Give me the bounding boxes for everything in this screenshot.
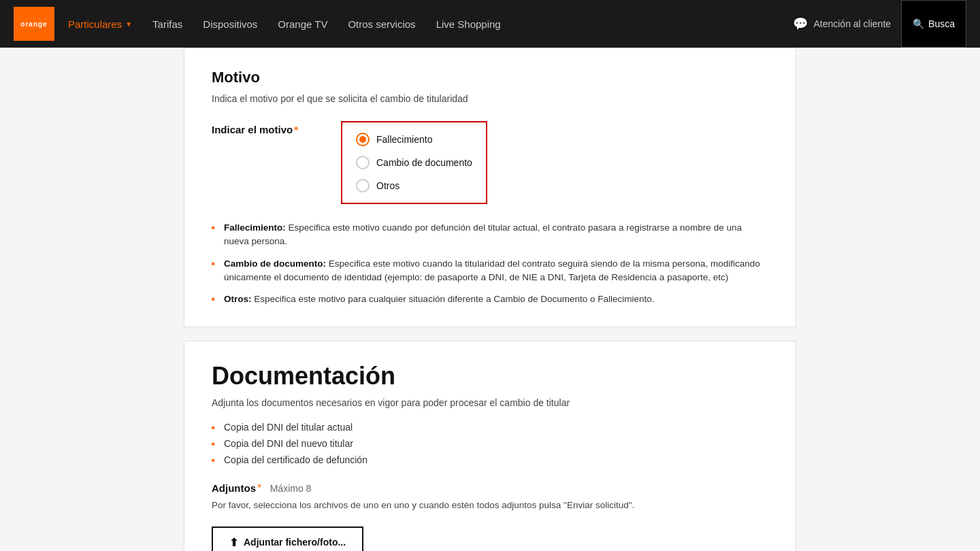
motivo-field-label: Indicar el motivo* xyxy=(212,121,314,135)
nav-live-shopping[interactable]: Live Shopping xyxy=(436,18,501,30)
documentacion-subtitle: Adjunta los documentos necesarios en vig… xyxy=(212,397,768,408)
nav-particulares[interactable]: Particulares ▼ xyxy=(68,18,132,30)
attach-button-label: Adjuntar fichero/foto... xyxy=(244,537,346,548)
doc-list: Copia del DNI del titular actual Copia d… xyxy=(212,422,768,465)
radio-circle-otros[interactable] xyxy=(356,179,370,193)
desc-cambio-documento: Cambio de documento: Especifica este mot… xyxy=(212,257,768,285)
adjuntos-label: Adjuntos xyxy=(212,482,256,494)
desc-otros: Otros: Especifica este motivo para cualq… xyxy=(212,293,768,306)
nav-dispositivos[interactable]: Dispositivos xyxy=(203,18,257,30)
desc-term-fallecimiento: Fallecimiento: xyxy=(224,222,286,233)
motivo-section: Motivo Indica el motivo por el que se so… xyxy=(184,48,796,327)
upload-icon: ⬆ xyxy=(229,536,238,549)
orange-logo[interactable]: orange xyxy=(14,7,54,41)
radio-label-cambio-documento: Cambio de documento xyxy=(376,157,472,168)
doc-item-3: Copia del certificado de defunción xyxy=(212,454,768,465)
nav-orange-tv[interactable]: Orange TV xyxy=(278,18,327,30)
search-icon: 🔍 xyxy=(913,18,924,29)
attach-button[interactable]: ⬆ Adjuntar fichero/foto... xyxy=(212,527,363,552)
radio-otros[interactable]: Otros xyxy=(356,179,472,193)
navbar-right: 💬 Atención al cliente 🔍 Busca xyxy=(793,0,966,48)
desc-fallecimiento: Fallecimiento: Especifica este motivo cu… xyxy=(212,221,768,249)
doc-item-1: Copia del DNI del titular actual xyxy=(212,422,768,433)
radio-label-otros: Otros xyxy=(376,180,399,191)
required-star: * xyxy=(294,124,298,135)
radio-circle-cambio-documento[interactable] xyxy=(356,156,370,169)
atencion-al-cliente[interactable]: 💬 Atención al cliente xyxy=(793,16,891,31)
adjuntos-row: Adjuntos* Máximo 8 xyxy=(212,482,768,495)
radio-group: Fallecimiento Cambio de documento Otros xyxy=(341,121,487,204)
desc-text-fallecimiento: Especifica este motivo cuando por defunc… xyxy=(224,222,742,246)
radio-cambio-documento[interactable]: Cambio de documento xyxy=(356,156,472,169)
chat-icon: 💬 xyxy=(793,16,808,31)
content-area: Motivo Indica el motivo por el que se so… xyxy=(184,48,796,551)
nav-otros-servicios[interactable]: Otros servicios xyxy=(348,18,415,30)
desc-term-otros: Otros: xyxy=(224,294,252,304)
adjuntos-max: Máximo 8 xyxy=(270,483,312,494)
search-button[interactable]: 🔍 Busca xyxy=(901,0,966,48)
chevron-down-icon: ▼ xyxy=(125,20,132,28)
motivo-subtitle: Indica el motivo por el que se solicita … xyxy=(212,93,768,104)
page-content: Motivo Indica el motivo por el que se so… xyxy=(0,48,980,551)
motivo-title: Motivo xyxy=(212,69,768,86)
desc-text-otros: Especifica este motivo para cualquier si… xyxy=(252,294,655,304)
radio-fallecimiento[interactable]: Fallecimiento xyxy=(356,133,472,146)
logo-text: orange xyxy=(20,20,47,28)
documentacion-title: Documentación xyxy=(212,362,768,390)
motivo-field-row: Indicar el motivo* Fallecimiento Cambio … xyxy=(212,121,768,204)
adjuntos-required-star: * xyxy=(257,482,261,494)
documentacion-section: Documentación Adjunta los documentos nec… xyxy=(184,341,796,551)
adjuntos-desc: Por favor, selecciona los archivos de un… xyxy=(212,499,768,512)
desc-term-cambio-documento: Cambio de documento: xyxy=(224,258,326,269)
radio-circle-fallecimiento[interactable] xyxy=(356,133,370,146)
doc-item-2: Copia del DNI del nuevo titular xyxy=(212,438,768,449)
nav-links: Particulares ▼ Tarifas Dispositivos Oran… xyxy=(68,18,793,30)
radio-label-fallecimiento: Fallecimiento xyxy=(376,134,432,145)
nav-tarifas[interactable]: Tarifas xyxy=(152,18,182,30)
navbar: orange Particulares ▼ Tarifas Dispositiv… xyxy=(0,0,980,48)
motivo-descriptions: Fallecimiento: Especifica este motivo cu… xyxy=(212,221,768,306)
